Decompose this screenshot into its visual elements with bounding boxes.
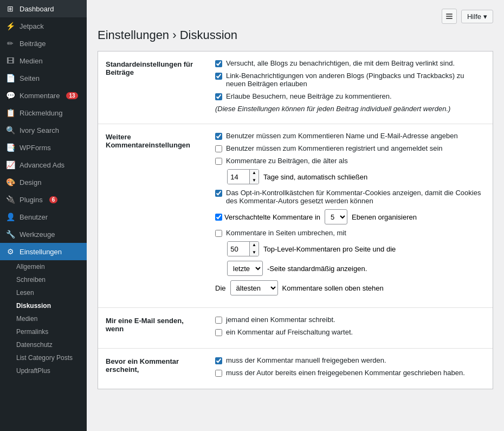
medien-icon: 🎞 xyxy=(5,56,15,65)
toplevel-input[interactable] xyxy=(228,241,249,256)
sidebar-item-werkzeuge[interactable]: 🔧 Werkzeuge xyxy=(0,226,87,243)
page-title: Einstellungen › Diskussion xyxy=(98,28,493,42)
sidebar-item-label: Rückmeldung xyxy=(20,109,63,117)
sidebar-item-einstellungen[interactable]: ⚙ Einstellungen xyxy=(0,243,87,260)
beitraege-icon: ✏ xyxy=(5,39,15,48)
checkbox-bevor2[interactable] xyxy=(215,370,222,377)
toplevel-label: Top-Level-Kommentaren pro Seite und die xyxy=(263,245,396,253)
checkbox-row-seiten-cb: Kommentare in Seiten umbrechen, mit xyxy=(215,229,484,237)
topbar: Hilfe ▾ xyxy=(98,9,493,24)
settings-label-weitere: Weitere Kommentareinstellungen xyxy=(98,124,206,307)
sidebar-item-label: Seiten xyxy=(20,74,40,82)
checkbox-label-email1: jemand einen Kommentar schreibt. xyxy=(226,316,335,324)
submenu-datenschutz[interactable]: Datenschutz xyxy=(0,338,87,351)
toplevel-spin-up[interactable]: ▲ xyxy=(250,241,259,249)
checkbox-bevor1[interactable] xyxy=(215,357,222,364)
sort-row: Die ältesten neuesten Kommentare sollen … xyxy=(215,280,484,295)
checkbox-row-bevor2: muss der Autor bereits einen freigegeben… xyxy=(215,369,484,377)
sidebar-item-dashboard[interactable]: ⊞ Dashboard xyxy=(0,0,87,17)
standard-note: (Diese Einstellungen können für jeden Be… xyxy=(215,105,484,113)
screen-options-button[interactable] xyxy=(442,9,457,24)
sidebar: ⊞ Dashboard ⚡ Jetpack ✏ Beiträge 🎞 Medie… xyxy=(0,0,87,431)
checkbox-label-bevor2: muss der Autor bereits einen freigegeben… xyxy=(226,369,465,377)
verschachtelt-select[interactable]: 5 3 4 6 xyxy=(325,209,347,224)
sidebar-item-plugins[interactable]: 🔌 Plugins 6 xyxy=(0,191,87,208)
sidebar-item-design[interactable]: 🎨 Design xyxy=(0,173,87,191)
checkbox-wk3[interactable] xyxy=(215,158,222,165)
submenu-list-category-posts[interactable]: List Category Posts xyxy=(0,351,87,364)
checkbox-row-wk1: Benutzer müssen zum Kommentieren Name un… xyxy=(215,132,484,140)
wpforms-icon: 📑 xyxy=(5,143,15,152)
submenu-medien[interactable]: Medien xyxy=(0,312,87,325)
settings-content-standard: Versucht, alle Blogs zu benachrichtigen,… xyxy=(206,52,493,124)
checkbox-verschachtelt[interactable] xyxy=(215,214,222,221)
checkbox-wk2[interactable] xyxy=(215,145,222,152)
plugins-icon: 🔌 xyxy=(5,195,15,204)
sidebar-item-kommentare[interactable]: 💬 Kommentare 13 xyxy=(0,87,87,104)
tage-spin-down[interactable]: ▼ xyxy=(250,177,259,184)
checkbox-row-wk3: Kommentare zu Beiträgen, die älter als xyxy=(215,157,484,165)
submenu-diskussion[interactable]: Diskussion xyxy=(0,299,87,312)
toplevel-number-input[interactable]: ▲ ▼ xyxy=(227,241,259,256)
seitencb-label: Kommentare in Seiten umbrechen, mit xyxy=(226,229,346,237)
tage-number-input[interactable]: ▲ ▼ xyxy=(227,169,259,184)
toplevel-spin-down[interactable]: ▼ xyxy=(250,249,259,256)
help-button[interactable]: Hilfe ▾ xyxy=(461,10,493,23)
tage-row: ▲ ▼ Tage sind, automatisch schließen xyxy=(215,169,484,184)
checkbox-row-optin: Das Opt-in-Kontrollkästchen für Kommenta… xyxy=(215,189,484,205)
toplevel-row: ▲ ▼ Top-Level-Kommentaren pro Seite und … xyxy=(215,241,484,256)
sidebar-item-rueckmeldung[interactable]: 📋 Rückmeldung xyxy=(0,104,87,121)
submenu-lesen[interactable]: Lesen xyxy=(0,286,87,299)
advanced-ads-icon: 📈 xyxy=(5,160,15,169)
sidebar-item-seiten[interactable]: 📄 Seiten xyxy=(0,69,87,87)
submenu-allgemein[interactable]: Allgemein xyxy=(0,260,87,273)
checkbox-row-bevor1: muss der Kommentar manuell freigegeben w… xyxy=(215,356,484,364)
sidebar-item-label: Einstellungen xyxy=(20,248,62,256)
sidebar-item-label: WPForms xyxy=(20,144,51,152)
verschachtelt-label-after: Ebenen organisieren xyxy=(352,213,417,221)
svg-rect-2 xyxy=(446,18,453,19)
submenu-schreiben[interactable]: Schreiben xyxy=(0,273,87,286)
sidebar-item-jetpack[interactable]: ⚡ Jetpack xyxy=(0,17,87,35)
sidebar-item-label: Jetpack xyxy=(20,22,44,30)
sidebar-item-label: Advanced Ads xyxy=(20,161,64,169)
sidebar-item-benutzer[interactable]: 👤 Benutzer xyxy=(0,208,87,226)
sidebar-item-wpforms[interactable]: 📑 WPForms xyxy=(0,139,87,156)
checkbox-label-wk1: Benutzer müssen zum Kommentieren Name un… xyxy=(226,132,458,140)
sidebar-item-beitraege[interactable]: ✏ Beiträge xyxy=(0,35,87,52)
sidebar-item-advanced-ads[interactable]: 📈 Advanced Ads xyxy=(0,156,87,173)
checkbox-optin[interactable] xyxy=(215,190,222,197)
checkbox-seitencb[interactable] xyxy=(215,230,222,237)
tage-input[interactable] xyxy=(228,169,249,184)
checkbox-cb3[interactable] xyxy=(215,93,222,100)
settings-content-bevor: muss der Kommentar manuell freigegeben w… xyxy=(206,349,493,389)
settings-row-email: Mir eine E-Mail senden, wenn jemand eine… xyxy=(98,308,493,349)
seite-select[interactable]: letzte erste xyxy=(227,261,263,276)
submenu-permalinks[interactable]: Permalinks xyxy=(0,325,87,338)
design-icon: 🎨 xyxy=(5,178,15,186)
submenu-updraftplus[interactable]: UpdraftPlus xyxy=(0,364,87,377)
checkbox-row-cb3: Erlaube Besuchern, neue Beiträge zu komm… xyxy=(215,92,484,100)
checkbox-row-cb1: Versucht, alle Blogs zu benachrichtigen,… xyxy=(215,59,484,67)
settings-label-standard: Standardeinstellungen für Beiträge xyxy=(98,52,206,124)
checkbox-wk1[interactable] xyxy=(215,133,222,140)
checkbox-cb1[interactable] xyxy=(215,60,222,67)
checkbox-row-wk2: Benutzer müssen zum Kommentieren registr… xyxy=(215,144,484,152)
tage-spin-up[interactable]: ▲ xyxy=(250,169,259,177)
sidebar-item-ivory-search[interactable]: 🔍 Ivory Search xyxy=(0,121,87,139)
checkbox-label-optin: Das Opt-in-Kontrollkästchen für Kommenta… xyxy=(226,189,484,205)
checkbox-email2[interactable] xyxy=(215,329,222,336)
checkbox-cb2[interactable] xyxy=(215,73,222,80)
settings-label-bevor: Bevor ein Kommentar erscheint, xyxy=(98,349,206,389)
checkbox-label-wk2: Benutzer müssen zum Kommentieren registr… xyxy=(226,144,443,152)
sidebar-item-label: Dashboard xyxy=(20,5,54,13)
sort-suffix: Kommentare sollen oben stehen xyxy=(282,284,384,292)
sidebar-item-label: Beiträge xyxy=(20,40,46,48)
checkbox-label-wk3: Kommentare zu Beiträgen, die älter als xyxy=(226,157,348,165)
sidebar-item-medien[interactable]: 🎞 Medien xyxy=(0,52,87,69)
verschachtelt-select-wrap: 5 3 4 6 xyxy=(325,209,347,224)
sort-select[interactable]: ältesten neuesten xyxy=(230,280,278,295)
plugins-badge: 6 xyxy=(49,196,58,203)
checkbox-email1[interactable] xyxy=(215,317,222,324)
sort-select-wrap: ältesten neuesten xyxy=(230,280,278,295)
